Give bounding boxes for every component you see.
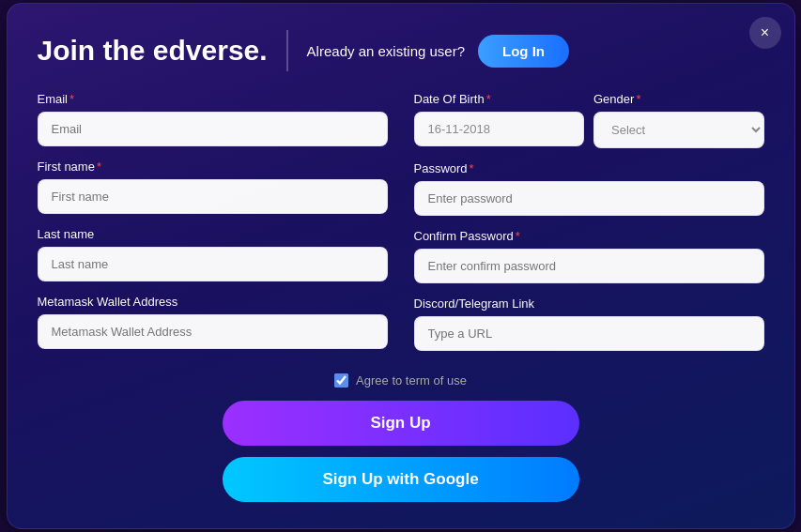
signup-button[interactable]: Sign Up xyxy=(223,401,579,446)
email-input[interactable] xyxy=(38,112,388,146)
modal-header: Join the edverse. Already an existing us… xyxy=(38,30,764,71)
discord-group: Discord/Telegram Link xyxy=(414,296,764,351)
firstname-input[interactable] xyxy=(38,179,388,214)
header-divider xyxy=(286,30,288,71)
lastname-label: Last name xyxy=(38,227,388,241)
dob-input[interactable] xyxy=(414,112,585,146)
close-button[interactable]: × xyxy=(749,17,781,49)
dob-label: Date Of Birth* xyxy=(414,92,585,106)
lastname-input[interactable] xyxy=(38,247,388,281)
gender-label: Gender* xyxy=(593,92,764,106)
existing-text: Already an existing user? xyxy=(307,43,465,59)
email-label: Email* xyxy=(38,92,388,106)
left-column: Email* First name* Last name Metamask Wa… xyxy=(38,92,388,364)
confirm-password-group: Confirm Password* xyxy=(414,229,764,283)
login-button[interactable]: Log In xyxy=(478,35,569,68)
terms-checkbox[interactable] xyxy=(334,373,348,388)
signup-modal: × Join the edverse. Already an existing … xyxy=(7,3,795,529)
terms-row: Agree to term of use xyxy=(38,373,764,388)
discord-label: Discord/Telegram Link xyxy=(414,296,764,311)
dob-gender-group: Date Of Birth* Gender* Select Male Femal… xyxy=(414,92,764,148)
metamask-input[interactable] xyxy=(38,314,388,349)
email-group: Email* xyxy=(38,92,388,146)
right-column: Date Of Birth* Gender* Select Male Femal… xyxy=(414,92,764,364)
firstname-label: First name* xyxy=(38,160,388,174)
metamask-label: Metamask Wallet Address xyxy=(38,295,388,309)
confirm-password-input[interactable] xyxy=(414,249,764,283)
confirm-password-label: Confirm Password* xyxy=(414,229,764,243)
password-input[interactable] xyxy=(414,181,764,216)
gender-select[interactable]: Select Male Female Other xyxy=(593,112,764,148)
password-group: Password* xyxy=(414,161,764,216)
firstname-group: First name* xyxy=(38,160,388,214)
gender-subgroup: Gender* Select Male Female Other xyxy=(593,92,764,148)
discord-input[interactable] xyxy=(414,316,764,351)
modal-title: Join the edverse. xyxy=(38,35,268,67)
signup-google-button[interactable]: Sign Up with Google xyxy=(223,457,579,502)
terms-label: Agree to term of use xyxy=(356,373,467,388)
metamask-group: Metamask Wallet Address xyxy=(38,295,388,349)
password-label: Password* xyxy=(414,161,764,175)
lastname-group: Last name xyxy=(38,227,388,281)
existing-user-section: Already an existing user? Log In xyxy=(307,35,569,68)
form-grid: Email* First name* Last name Metamask Wa… xyxy=(38,92,764,364)
dob-subgroup: Date Of Birth* xyxy=(414,92,585,148)
